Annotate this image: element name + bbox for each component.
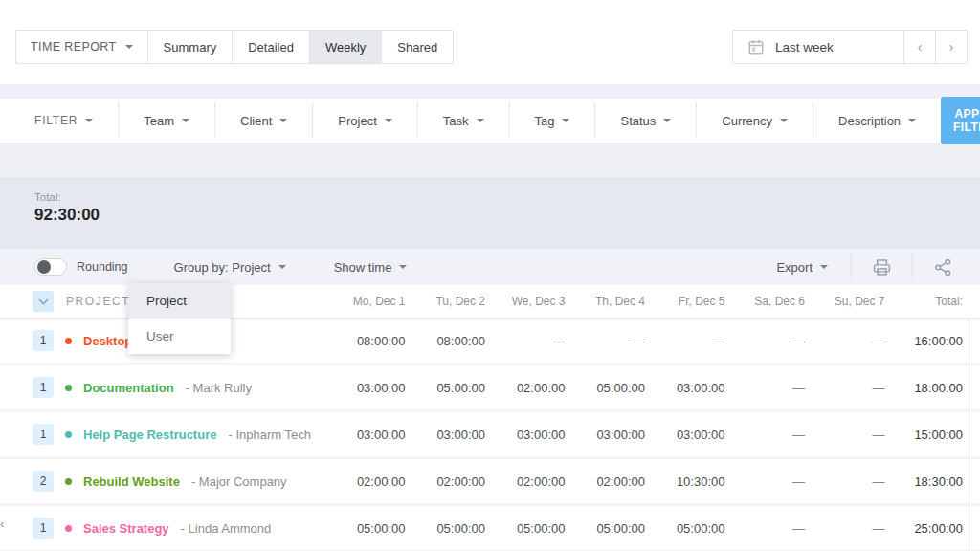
caret-down-icon (278, 265, 286, 269)
caret-down-icon (399, 265, 407, 269)
caret-down-icon (182, 119, 189, 122)
caret-down-icon (820, 265, 828, 269)
filter-item-project[interactable]: Project (312, 103, 416, 138)
time-cell: 03:00:00 (406, 428, 486, 442)
time-cell: 02:00:00 (485, 474, 566, 489)
expand-all-button[interactable] (33, 291, 54, 312)
time-cell: — (725, 428, 806, 442)
calendar-icon (747, 38, 765, 55)
filter-bar: FILTER TeamClientProjectTaskTagStatusCur… (0, 99, 980, 143)
client-name: - Inpharm Tech (228, 428, 310, 442)
time-cell: — (805, 381, 885, 395)
project-color-dot (65, 478, 72, 485)
tab-detailed[interactable]: Detailed (232, 31, 309, 63)
filter-item-client[interactable]: Client (214, 103, 312, 138)
summary-band: Total: 92:30:00 (0, 177, 980, 249)
time-cell: 05:00:00 (325, 521, 406, 536)
next-week-button[interactable]: › (935, 31, 967, 63)
entry-count-badge: 2 (33, 471, 54, 492)
export-label: Export (776, 260, 813, 275)
date-range-label: Last week (775, 40, 834, 55)
table-row: 1Documentation - Mark Rully03:00:0005:00… (0, 365, 980, 409)
project-name[interactable]: Desktop (83, 334, 132, 348)
print-icon (872, 257, 892, 277)
column-header: Fr, Dec 5 (645, 295, 725, 308)
group-by-option-project[interactable]: Project (128, 283, 231, 319)
project-color-dot (65, 338, 72, 344)
time-cell: 03:00:00 (645, 428, 725, 442)
tab-summary[interactable]: Summary (147, 31, 233, 63)
filter-item-team[interactable]: Team (118, 103, 214, 138)
filter-item-tag[interactable]: Tag (509, 103, 595, 138)
time-cell: — (805, 334, 885, 348)
toolbar-right: Export (776, 254, 955, 279)
caret-down-icon (908, 119, 916, 122)
project-name[interactable]: Sales Strategy (83, 521, 169, 536)
time-cell: 03:00:00 (485, 428, 566, 442)
export-dropdown[interactable]: Export (776, 260, 851, 275)
time-cell: 02:00:00 (325, 474, 406, 489)
filter-dropdown[interactable]: FILTER (34, 103, 118, 138)
column-header: We, Dec 3 (485, 295, 566, 308)
report-toolbar: Rounding Group by: Project Show time Exp… (0, 249, 980, 285)
show-time-label: Show time (334, 260, 392, 275)
share-button[interactable] (913, 257, 955, 277)
filter-items: TeamClientProjectTaskTagStatusCurrencyDe… (118, 103, 941, 138)
date-range-button[interactable]: Last week (733, 31, 903, 63)
tab-weekly[interactable]: Weekly (309, 31, 381, 63)
time-cell: 03:00:00 (566, 428, 646, 442)
show-time-dropdown[interactable]: Show time (334, 260, 408, 275)
collapse-panel-icon[interactable]: ‹ (0, 513, 11, 534)
time-cell: — (805, 474, 885, 489)
time-cell: 05:00:00 (645, 521, 725, 536)
tab-shared[interactable]: Shared (381, 31, 453, 63)
row-total-cell: 16:00:00 (885, 334, 964, 348)
time-cell: 02:00:00 (485, 381, 566, 395)
project-name[interactable]: Documentation (83, 381, 174, 395)
project-name[interactable]: Help Page Restructure (83, 428, 216, 442)
group-by-option-user[interactable]: User (128, 319, 231, 354)
time-cell: 03:00:00 (325, 381, 406, 395)
total-label: Total: (34, 191, 980, 203)
filter-item-task[interactable]: Task (417, 103, 509, 138)
rounding-label: Rounding (77, 260, 128, 274)
entry-count-badge: 1 (33, 330, 54, 351)
filter-item-description[interactable]: Description (813, 103, 941, 138)
column-header: Su, Dec 7 (805, 295, 885, 308)
prev-week-button[interactable]: ‹ (903, 31, 935, 63)
project-name[interactable]: Rebuild Website (83, 474, 180, 489)
caret-down-icon (663, 119, 671, 122)
group-by-menu: ProjectUser (128, 283, 231, 354)
chevron-right-icon: › (949, 39, 954, 55)
caret-down-icon (385, 119, 392, 122)
time-cell: — (725, 334, 806, 348)
table-row: 2Rebuild Website - Major Company02:00:00… (0, 459, 980, 503)
apply-filter-button[interactable]: APPLY FILTER (941, 97, 980, 144)
print-button[interactable] (852, 257, 912, 277)
time-cell: — (805, 521, 885, 536)
column-header: Total: (885, 295, 964, 308)
time-cell: — (725, 521, 806, 536)
rounding-toggle[interactable] (34, 258, 67, 276)
group-by-dropdown[interactable]: Group by: Project (174, 260, 286, 275)
time-cell: — (725, 381, 806, 395)
table-row: 1Help Page Restructure - Inpharm Tech03:… (0, 412, 980, 456)
row-total-cell: 15:00:00 (885, 428, 964, 442)
time-cell: 05:00:00 (406, 521, 486, 536)
caret-down-icon (85, 119, 93, 122)
column-header: Tu, Dec 2 (406, 295, 486, 308)
report-type-dropdown[interactable]: TIME REPORT (16, 31, 147, 63)
filter-item-currency[interactable]: Currency (696, 103, 813, 138)
client-name: - Linda Ammond (181, 521, 272, 536)
share-icon (933, 257, 953, 277)
filter-item-status[interactable]: Status (594, 103, 696, 138)
time-cell: 05:00:00 (485, 521, 566, 536)
filter-label: FILTER (34, 114, 78, 127)
time-cell: — (645, 334, 725, 348)
time-cell: 10:30:00 (645, 474, 725, 489)
time-cell: 05:00:00 (566, 521, 646, 536)
client-name: - Mark Rully (186, 381, 252, 395)
time-cell: 05:00:00 (406, 381, 486, 395)
filter-item-label: Description (838, 114, 901, 128)
top-bar: TIME REPORT SummaryDetailedWeeklyShared … (0, 0, 980, 84)
